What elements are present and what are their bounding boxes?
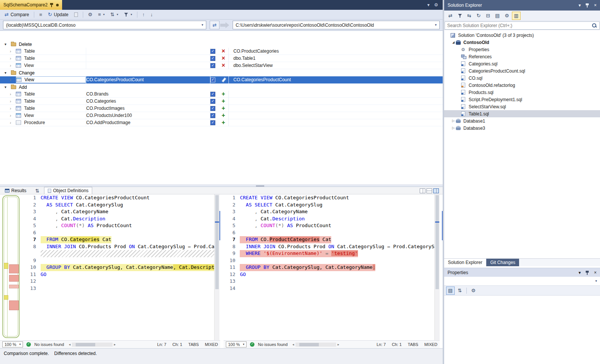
tree-item-table1-sql[interactable]: Table1.sql bbox=[444, 110, 600, 117]
zoom-selector[interactable]: 100 % ▾ bbox=[226, 341, 247, 347]
group-row-change[interactable]: ▾Change bbox=[0, 69, 443, 76]
splitter-grip[interactable] bbox=[256, 185, 264, 187]
schema-diff-row[interactable]: ›ViewCO.CategoriesProductCount✓CO.Catego… bbox=[0, 76, 443, 83]
tree-item-selectstarview-sql[interactable]: SelectStarView.sql bbox=[444, 103, 600, 110]
include-checkbox[interactable]: ✓ bbox=[210, 106, 215, 111]
target-sql-code[interactable]: CREATE VIEW CO.CategoriesProductCount AS… bbox=[240, 194, 434, 340]
row-expander-icon[interactable]: › bbox=[10, 92, 16, 96]
group-row-add[interactable]: ▾Add bbox=[0, 83, 443, 91]
collapse-all-icon[interactable]: ⊟ bbox=[484, 12, 492, 20]
definition-sort-button[interactable]: ⇅ bbox=[34, 187, 41, 194]
editor-pane-divider[interactable] bbox=[219, 194, 223, 340]
property-pages-icon[interactable]: ⚙ bbox=[469, 287, 478, 295]
include-checkbox[interactable]: ✓ bbox=[210, 77, 215, 82]
group-expander-icon[interactable]: ▾ bbox=[5, 71, 8, 75]
gear-icon[interactable]: ⚙ bbox=[434, 3, 438, 7]
row-expander-icon[interactable]: › bbox=[10, 99, 16, 103]
include-checkbox[interactable]: ✓ bbox=[210, 120, 215, 125]
scrollbar-thumb[interactable] bbox=[76, 343, 95, 346]
filter-button[interactable]: ▾ bbox=[122, 12, 134, 18]
chevron-down-icon[interactable]: ▾ bbox=[427, 3, 429, 7]
properties-object-combobox[interactable]: ▾ bbox=[444, 277, 600, 286]
group-results-button[interactable]: ≡ ▾ bbox=[96, 11, 107, 18]
tree-item-properties[interactable]: ⚙Properties bbox=[444, 46, 600, 53]
tree-item-solution-contosoold-3-of-3-projects-[interactable]: Solution 'ContosoOld' (3 of 3 projects) bbox=[444, 32, 600, 39]
expander-expanded-icon[interactable]: ◢ bbox=[451, 41, 456, 44]
window-position-icon[interactable]: ▾ bbox=[579, 270, 581, 275]
generate-script-button[interactable] bbox=[72, 12, 80, 18]
window-position-icon[interactable]: ▾ bbox=[579, 3, 581, 8]
row-expander-icon[interactable]: › bbox=[10, 56, 16, 61]
pin-icon[interactable] bbox=[586, 270, 589, 275]
group-expander-icon[interactable]: ▾ bbox=[5, 85, 8, 89]
scrollbar-thumb[interactable] bbox=[299, 343, 319, 346]
tab-results[interactable]: Results bbox=[2, 187, 30, 194]
document-tab-sqlschemacompare[interactable]: SqlSchemaCompare2 bbox=[0, 0, 62, 10]
row-expander-icon[interactable]: › bbox=[10, 114, 16, 118]
include-checkbox[interactable]: ✓ bbox=[210, 49, 215, 54]
schema-diff-row[interactable]: ›TableCO.Categories✓+ bbox=[0, 98, 443, 105]
scroll-right-icon[interactable]: ▸ bbox=[336, 343, 341, 346]
tab-solution-explorer[interactable]: Solution Explorer bbox=[444, 259, 486, 266]
include-checkbox[interactable]: ✓ bbox=[210, 99, 215, 104]
row-expander-icon[interactable]: › bbox=[10, 49, 16, 53]
properties-titlebar[interactable]: Properties ▾ × bbox=[444, 268, 600, 277]
include-checkbox[interactable]: ✓ bbox=[210, 92, 215, 97]
schema-diff-row[interactable]: ›ViewCO.ProductsUnder100✓+ bbox=[0, 112, 443, 119]
search-icon[interactable] bbox=[592, 23, 597, 28]
compare-button[interactable]: ⇄ Compare bbox=[2, 11, 31, 18]
target-definition-editor[interactable]: 1234567891011121314 CREATE VIEW CO.Categ… bbox=[222, 194, 440, 340]
tree-item-contosoold-refactorlog[interactable]: ContosoOld.refactorlog bbox=[444, 82, 600, 89]
include-checkbox[interactable]: ✓ bbox=[210, 113, 215, 118]
scrollbar-thumb[interactable] bbox=[436, 195, 439, 289]
expander-collapsed-icon[interactable]: ▷ bbox=[451, 119, 456, 123]
tree-item-categoriesproductcount-sql[interactable]: CategoriesProductCount.sql bbox=[444, 67, 600, 74]
schema-diff-row[interactable]: ›TableCO.Brands✓+ bbox=[0, 91, 443, 98]
horizontal-splitter[interactable] bbox=[0, 185, 443, 187]
source-sql-code[interactable]: CREATE VIEW CO.CategoriesProductCount AS… bbox=[41, 194, 214, 340]
tree-item-references[interactable]: References bbox=[444, 53, 600, 60]
scrollbar-thumb[interactable] bbox=[215, 195, 219, 289]
swap-source-target-button[interactable]: ⇄ bbox=[210, 21, 219, 29]
schema-diff-row[interactable]: ›Table✓×CO.ProductCategories bbox=[0, 48, 443, 55]
source-definition-editor[interactable]: 12345678910111213 CREATE VIEW CO.Categor… bbox=[23, 194, 219, 340]
pin-icon[interactable] bbox=[50, 3, 53, 7]
alphabetical-icon[interactable]: ⇅ bbox=[455, 287, 464, 295]
sync-with-active-document-icon[interactable]: ⇆ bbox=[465, 12, 474, 20]
split-vertical-button[interactable] bbox=[420, 188, 425, 193]
scroll-left-icon[interactable]: ◂ bbox=[67, 343, 72, 346]
tree-item-contosoold[interactable]: ◢ContosoOld bbox=[444, 39, 600, 46]
tree-item-co-sql[interactable]: CO.sql bbox=[444, 74, 600, 82]
previous-difference-button[interactable]: ↑ bbox=[140, 11, 147, 18]
horizontal-scrollbar[interactable]: ◂ ▸ bbox=[67, 342, 117, 347]
solution-explorer-titlebar[interactable]: Solution Explorer ▾ × bbox=[444, 0, 600, 11]
tree-item-database3[interactable]: ▷Database3 bbox=[444, 124, 600, 132]
include-checkbox[interactable]: ✓ bbox=[210, 63, 215, 68]
tab-git-changes[interactable]: Git Changes bbox=[486, 259, 519, 266]
scroll-right-icon[interactable]: ▸ bbox=[113, 343, 117, 346]
search-input[interactable] bbox=[445, 23, 592, 28]
close-icon[interactable]: × bbox=[594, 270, 597, 275]
tree-item-database1[interactable]: ▷Database1 bbox=[444, 117, 600, 124]
vertical-scrollbar[interactable] bbox=[434, 194, 440, 340]
close-icon[interactable]: × bbox=[594, 3, 597, 8]
tree-item-categories-sql[interactable]: Categories.sql bbox=[444, 60, 600, 67]
filter-icon[interactable] bbox=[455, 12, 464, 20]
horizontal-scrollbar[interactable]: ◂ ▸ bbox=[291, 342, 341, 347]
categorized-icon[interactable]: ▤ bbox=[446, 287, 455, 295]
tab-object-definitions[interactable]: Object Definitions bbox=[44, 187, 92, 194]
pin-icon[interactable] bbox=[586, 3, 589, 8]
tree-item-products-sql[interactable]: Products.sql bbox=[444, 89, 600, 96]
schema-diff-row[interactable]: ›Table✓×dbo.Table1 bbox=[0, 55, 443, 62]
row-expander-icon[interactable]: › bbox=[10, 106, 16, 111]
switch-views-icon[interactable]: ⇄ bbox=[446, 12, 455, 20]
options-button[interactable]: ⚙ bbox=[86, 11, 95, 18]
include-checkbox[interactable]: ✓ bbox=[210, 56, 215, 61]
expander-collapsed-icon[interactable]: ▷ bbox=[451, 126, 456, 130]
stop-button[interactable]: ■ bbox=[37, 11, 44, 18]
row-expander-icon[interactable]: › bbox=[10, 78, 16, 82]
diff-overview-map[interactable] bbox=[0, 194, 23, 340]
split-horizontal-button[interactable] bbox=[426, 188, 432, 193]
properties-icon[interactable]: ⚙ bbox=[503, 12, 511, 20]
source-combobox[interactable]: (localdb)\MSSQLLocalDB.Contoso ▾ bbox=[3, 21, 206, 29]
